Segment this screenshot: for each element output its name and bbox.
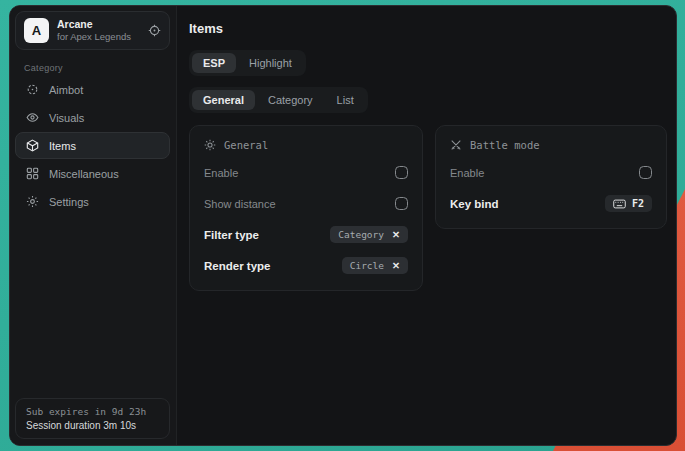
key-bind-button[interactable]: F2 [605, 195, 652, 212]
sidebar-item-label: Miscellaneous [49, 168, 119, 180]
battle-mode-panel-title: Battle mode [470, 139, 540, 151]
render-type-select[interactable]: Circle ✕ [342, 257, 408, 274]
sidebar-item-label: Aimbot [49, 84, 83, 96]
session-duration-text: Session duration 3m 10s [26, 420, 159, 431]
app-name: Arcane [57, 18, 131, 31]
battle-mode-panel-header: Battle mode [450, 136, 652, 153]
category-section-label: Category [24, 63, 170, 73]
tab-list[interactable]: List [326, 90, 365, 110]
filter-type-select[interactable]: Category ✕ [330, 226, 408, 243]
app-logo: A [24, 18, 49, 43]
keyboard-icon [613, 199, 626, 209]
gear-icon [25, 195, 39, 208]
sidebar-item-aimbot[interactable]: Aimbot [15, 76, 170, 103]
general-panel-title: General [224, 139, 268, 151]
app-subtitle: for Apex Legends [57, 31, 131, 43]
crosshair-icon [25, 83, 39, 96]
sidebar-item-settings[interactable]: Settings [15, 188, 170, 215]
eye-icon [25, 111, 39, 124]
box-icon [25, 139, 39, 152]
main-content: Items ESP Highlight General Category Lis… [177, 6, 677, 445]
target-icon[interactable] [148, 24, 161, 37]
close-icon[interactable]: ✕ [392, 230, 400, 240]
sun-icon [204, 139, 216, 151]
general-panel-header: General [204, 136, 408, 153]
key-bind-value: F2 [632, 198, 644, 209]
brand-card: A Arcane for Apex Legends [15, 11, 170, 50]
session-info-card: Sub expires in 9d 23h Session duration 3… [15, 398, 170, 439]
render-type-value: Circle [350, 260, 384, 271]
sub-expires-text: Sub expires in 9d 23h [26, 406, 159, 417]
sidebar-item-visuals[interactable]: Visuals [15, 104, 170, 131]
sidebar-item-items[interactable]: Items [15, 132, 170, 159]
panels-row: General Enable Show distance Filter type… [189, 125, 667, 291]
view-tab-group: General Category List [189, 87, 368, 113]
battle-mode-panel: Battle mode Enable Key bind [435, 125, 667, 229]
key-bind-label: Key bind [450, 198, 499, 210]
tab-highlight[interactable]: Highlight [238, 53, 303, 73]
filter-type-row: Filter type Category ✕ [204, 223, 408, 246]
render-type-label: Render type [204, 260, 270, 272]
app-window: A Arcane for Apex Legends Category Aimbo… [9, 5, 677, 446]
mode-tab-group: ESP Highlight [189, 50, 306, 76]
enable-checkbox[interactable] [395, 166, 408, 179]
battle-enable-label: Enable [450, 167, 484, 179]
filter-type-value: Category [338, 229, 384, 240]
key-bind-row: Key bind F2 [450, 192, 652, 215]
close-icon[interactable]: ✕ [392, 261, 400, 271]
tab-esp[interactable]: ESP [192, 53, 236, 73]
show-distance-row: Show distance [204, 192, 408, 215]
enable-label: Enable [204, 167, 238, 179]
sidebar-item-label: Visuals [49, 112, 84, 124]
sidebar: A Arcane for Apex Legends Category Aimbo… [10, 6, 177, 445]
show-distance-checkbox[interactable] [395, 197, 408, 210]
brand-text: Arcane for Apex Legends [57, 18, 131, 43]
render-type-row: Render type Circle ✕ [204, 254, 408, 277]
sidebar-item-label: Items [49, 140, 76, 152]
tab-general[interactable]: General [192, 90, 255, 110]
tab-category[interactable]: Category [257, 90, 324, 110]
show-distance-label: Show distance [204, 198, 276, 210]
battle-enable-checkbox[interactable] [639, 166, 652, 179]
enable-row: Enable [204, 161, 408, 184]
sidebar-item-label: Settings [49, 196, 89, 208]
page-title: Items [189, 21, 667, 36]
battle-enable-row: Enable [450, 161, 652, 184]
grid-icon [25, 167, 39, 180]
filter-type-label: Filter type [204, 229, 259, 241]
swords-icon [450, 139, 462, 151]
general-panel: General Enable Show distance Filter type… [189, 125, 423, 291]
sidebar-item-miscellaneous[interactable]: Miscellaneous [15, 160, 170, 187]
